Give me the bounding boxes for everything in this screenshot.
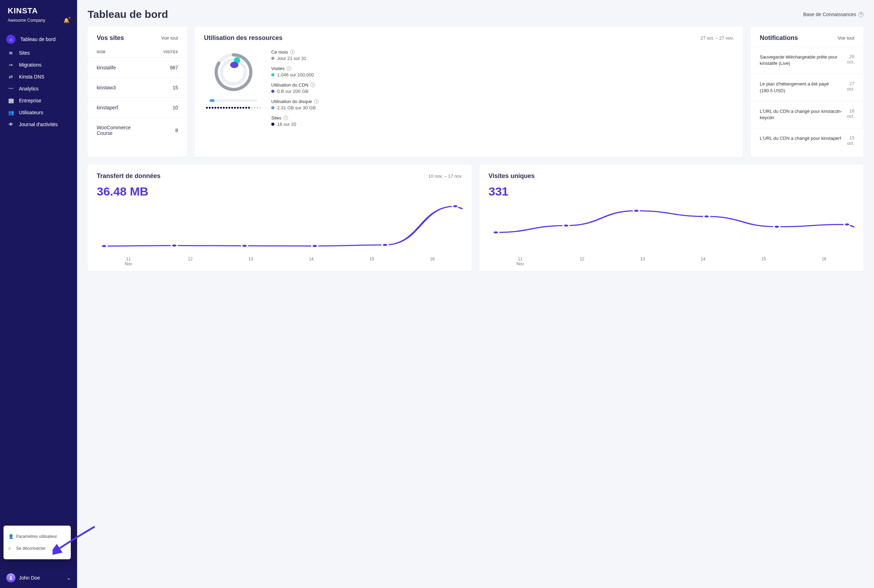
usage-item-value: 2.31 GB sur 30 GB [271,105,734,110]
visits-title: Visites uniques [489,172,535,180]
notif-title: Notifications [760,34,798,42]
nav-label: Sites [19,50,30,56]
table-row[interactable]: kinstaperf10 [88,98,187,118]
notification-text: L'URL du CDN a changé pour kinstacdn-key… [760,108,842,121]
company-name: Awesome Company [8,18,45,23]
notification-date: 16oct. [847,108,855,121]
help-icon[interactable]: ? [310,83,315,87]
nav-migrations[interactable]: ➙Migrations [0,59,77,71]
nav-dashboard[interactable]: ⌂Tableau de bord [0,32,77,47]
usage-item-title: Sites ? [271,115,734,120]
x-tick: 12 [580,256,584,266]
sites-view-all[interactable]: Voir tout [161,35,178,40]
nav-label: Utilisateurs [19,110,43,115]
x-tick: 15 [369,256,374,266]
sites-title: Vos sites [97,34,124,42]
x-tick: 15 [761,256,766,266]
usage-item: Sites ?16 sur 20 [271,115,734,127]
table-row[interactable]: kinstaw315 [88,78,187,98]
svg-point-0 [10,576,12,578]
notification-date: 27oct. [847,81,855,93]
nav-users[interactable]: 👥Utilisateurs [0,106,77,118]
user-bar[interactable]: John Doe ⌄ [0,568,77,588]
layers-icon: ≋ [8,50,14,56]
main: Tableau de bord Base de Connaissances? V… [77,0,874,588]
knowledge-base-link[interactable]: Base de Connaissances? [803,12,864,17]
usage-item-title: Utilisation du disque ? [271,99,734,104]
svg-point-15 [774,225,780,228]
site-visits: 15 [154,78,187,98]
usage-item-title: Utilisation du CDN ? [271,82,734,88]
nav-sites[interactable]: ≋Sites [0,47,77,59]
notification-item[interactable]: Sauvegarde téléchargeable prête pour kin… [751,46,864,74]
usage-item-title: Visites ? [271,66,734,71]
visits-card: Visites uniques 331 11Nov1213141516 [480,165,864,271]
x-tick: 11Nov [517,256,524,266]
usage-item: Visites ?1,046 sur 100,000 [271,66,734,78]
popup-label: Se déconnecter [16,546,46,551]
x-tick: 14 [309,256,314,266]
popup-logout[interactable]: ⎋ Se déconnecter [3,543,71,554]
company-row: Awesome Company 🔔 [0,18,77,30]
avatar-icon [6,573,15,582]
svg-point-11 [493,231,499,234]
site-name: kinstalife [88,58,154,78]
usage-title: Utilisation des ressources [204,34,282,42]
help-icon[interactable]: ? [283,116,288,120]
disk-bar [210,99,257,102]
notification-item[interactable]: L'URL du CDN a changé pour kinstacdn-key… [751,101,864,128]
visits-chart [489,201,855,253]
kb-label: Base de Connaissances [803,12,856,17]
table-row[interactable]: WooCommerce Course8 [88,118,187,143]
logout-icon: ⎋ [8,546,13,551]
table-row[interactable]: kinstalife967 [88,58,187,78]
svg-point-9 [382,243,388,246]
nav-label: Analytics [19,86,39,92]
help-icon[interactable]: ? [287,66,291,71]
sites-dots [206,107,261,109]
visits-xaxis: 11Nov1213141516 [480,254,864,268]
svg-point-5 [101,244,107,248]
migrations-icon: ➙ [8,62,14,68]
page-title: Tableau de bord [88,8,168,20]
usage-list: Ce mois ?Jour 21 sur 31Visites ?1,046 su… [271,50,734,132]
nav-analytics[interactable]: 〰Analytics [0,83,77,94]
col-visits: VISITES [154,46,187,58]
home-icon: ⌂ [8,36,14,42]
site-name: WooCommerce Course [88,118,154,143]
sites-card: Vos sites Voir tout NOM VISITES kinstali… [88,27,187,157]
bell-icon[interactable]: 🔔 [63,18,69,23]
usage-item-value: 16 sur 20 [271,122,734,127]
site-visits: 8 [154,118,187,143]
notification-item[interactable]: L'URL du CDN a changé pour kinstaperf15o… [751,128,864,153]
usage-donut-icon [211,50,256,95]
usage-item-value: Jour 21 sur 31 [271,56,734,61]
usage-card: Utilisation des ressources 27 oct. – 27 … [195,27,743,157]
nav-activity[interactable]: 👁Journal d'activités [0,118,77,130]
site-name: kinstaw3 [88,78,154,98]
notification-item[interactable]: Le plan d'hébergement a été payé (190.5 … [751,74,864,100]
help-icon[interactable]: ? [314,99,319,104]
x-tick: 16 [822,256,826,266]
building-icon: 🏢 [8,98,14,104]
x-tick: 12 [188,256,192,266]
x-tick: 13 [249,256,253,266]
help-icon: ? [858,12,864,17]
transfer-range: 10 nov. – 17 nov. [428,174,463,179]
nav-entreprise[interactable]: 🏢Entreprise [0,94,77,106]
sites-table: NOM VISITES kinstalife967kinstaw315kinst… [88,46,187,143]
x-tick: 16 [430,256,435,266]
notification-date: 15oct. [847,135,855,146]
popup-user-settings[interactable]: 👤 Paramètres utilisateur [3,531,71,543]
popup-label: Paramètres utilisateur [16,534,57,539]
col-name: NOM [88,46,154,58]
usage-range: 27 oct. – 27 nov. [700,35,734,40]
notif-view-all[interactable]: Voir tout [838,35,855,40]
nav-dns[interactable]: ⇄Kinsta DNS [0,71,77,83]
usage-item: Utilisation du CDN ?0 B sur 200 GB [271,82,734,94]
notification-text: Sauvegarde téléchargeable prête pour kin… [760,54,842,67]
eye-icon: 👁 [8,122,14,127]
help-icon[interactable]: ? [290,50,295,54]
nav-label: Migrations [19,62,42,68]
svg-point-8 [312,244,318,248]
